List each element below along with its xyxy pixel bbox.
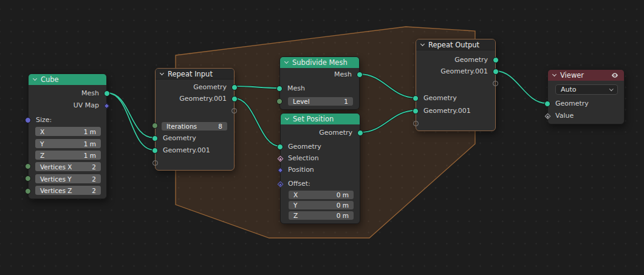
socket-input-value[interactable] xyxy=(545,113,551,119)
output-label-geometry: Geometry xyxy=(319,127,352,139)
node-set-position-header[interactable]: Set Position xyxy=(281,114,360,124)
node-title: Viewer xyxy=(560,71,584,80)
node-cube-header[interactable]: Cube xyxy=(29,74,106,85)
field-label: Z xyxy=(40,152,44,159)
socket-extend-output[interactable] xyxy=(231,108,237,114)
field-label: X xyxy=(293,191,298,199)
link-setposition-to-repeatoutput xyxy=(360,110,416,132)
socket-output-mesh[interactable] xyxy=(104,90,110,97)
link-subdivide-to-repeatoutput xyxy=(360,74,416,98)
field-value: 1 xyxy=(344,98,348,105)
socket-extend-input[interactable] xyxy=(152,160,158,166)
node-viewer[interactable]: Viewer Auto Geometry Value xyxy=(547,69,625,124)
socket-extend-input[interactable] xyxy=(413,121,419,126)
socket-input-geometry[interactable] xyxy=(544,101,550,107)
field-value: 0 m xyxy=(337,202,349,209)
collapse-chevron-icon[interactable] xyxy=(284,59,289,64)
socket-input-level[interactable] xyxy=(276,98,283,104)
node-repeat-input-header[interactable]: Repeat Input xyxy=(156,69,234,80)
collapse-chevron-icon[interactable] xyxy=(552,72,557,76)
chevron-down-icon xyxy=(609,87,613,90)
field-offset-z[interactable]: Z 0 m xyxy=(289,211,354,220)
socket-output-geometry[interactable] xyxy=(493,57,499,63)
input-label-offset: Offset: xyxy=(288,178,310,190)
socket-input-mesh[interactable] xyxy=(276,86,283,92)
field-offset-x[interactable]: X 0 m xyxy=(289,191,354,199)
node-set-position[interactable]: Set Position Geometry Geometry Selection… xyxy=(280,113,360,224)
field-value: 1 m xyxy=(84,128,96,135)
node-viewer-header[interactable]: Viewer xyxy=(548,70,624,81)
size-label: Size: xyxy=(36,114,52,126)
field-size-x[interactable]: X 1 m xyxy=(35,127,101,136)
input-label-geometry001: Geometry.001 xyxy=(423,105,471,117)
field-size-z[interactable]: Z 1 m xyxy=(35,151,101,160)
input-label-geometry001: Geometry.001 xyxy=(163,144,210,157)
eye-icon[interactable] xyxy=(611,71,619,80)
socket-input-geometry001[interactable] xyxy=(413,108,419,114)
output-label-geometry: Geometry xyxy=(193,81,227,93)
socket-output-mesh[interactable] xyxy=(357,72,363,78)
field-label: Y xyxy=(40,140,44,148)
socket-input-position[interactable] xyxy=(278,167,284,173)
socket-output-geometry001[interactable] xyxy=(231,96,238,102)
socket-input-geometry[interactable] xyxy=(413,95,419,101)
socket-output-geometry001[interactable] xyxy=(493,69,499,75)
data-type-dropdown[interactable]: Auto xyxy=(555,84,618,95)
input-label-selection: Selection xyxy=(288,152,319,165)
node-title: Repeat Input xyxy=(168,70,213,78)
collapse-chevron-icon[interactable] xyxy=(160,70,164,75)
node-subdivide-mesh[interactable]: Subdivide Mesh Mesh Mesh Level 1 xyxy=(279,56,360,110)
socket-input-vertices-y[interactable] xyxy=(25,175,31,182)
field-value: 2 xyxy=(92,175,96,183)
node-title: Cube xyxy=(41,75,59,84)
node-cube[interactable]: Cube Mesh UV Map Size: X 1 m Y 1 m Z 1 m… xyxy=(28,73,107,199)
field-label: Iterations xyxy=(166,123,197,130)
field-label: Vertices X xyxy=(40,163,72,171)
node-repeat-output-header[interactable]: Repeat Output xyxy=(416,39,495,50)
collapse-chevron-icon[interactable] xyxy=(285,116,289,120)
field-size-y[interactable]: Y 1 m xyxy=(35,139,101,148)
input-label-position: Position xyxy=(288,164,314,176)
field-label: Vertices Z xyxy=(40,187,72,194)
collapse-chevron-icon[interactable] xyxy=(420,41,425,46)
output-label-geometry001: Geometry.001 xyxy=(179,93,227,105)
node-subdivide-mesh-header[interactable]: Subdivide Mesh xyxy=(280,57,359,68)
node-repeat-input[interactable]: Repeat Input Geometry Geometry.001 Itera… xyxy=(155,68,235,171)
socket-input-selection[interactable] xyxy=(278,155,284,161)
socket-input-iterations[interactable] xyxy=(152,123,158,129)
input-label-geometry: Geometry xyxy=(423,92,457,104)
field-value: 0 m xyxy=(337,191,349,199)
field-value: 0 m xyxy=(337,212,349,219)
input-label-geometry: Geometry xyxy=(288,141,321,153)
field-offset-y[interactable]: Y 0 m xyxy=(289,201,354,209)
field-vertices-z[interactable]: Vertices Z 2 xyxy=(35,186,101,195)
field-value: 8 xyxy=(218,123,222,130)
field-label: Vertices Y xyxy=(40,175,72,183)
socket-output-geometry[interactable] xyxy=(231,84,238,90)
socket-input-geometry001[interactable] xyxy=(152,148,158,154)
socket-input-vertices-x[interactable] xyxy=(25,163,31,169)
socket-extend-output[interactable] xyxy=(493,81,498,86)
link-cube-mesh-to-geometry001 xyxy=(107,93,154,150)
socket-input-geometry[interactable] xyxy=(277,144,283,150)
field-iterations[interactable]: Iterations 8 xyxy=(162,122,227,131)
socket-input-size[interactable] xyxy=(25,117,31,123)
link-repeatoutput-to-viewer xyxy=(496,71,546,103)
socket-input-vertices-z[interactable] xyxy=(25,188,31,194)
field-vertices-x[interactable]: Vertices X 2 xyxy=(35,162,101,171)
collapse-chevron-icon[interactable] xyxy=(33,76,37,81)
field-level[interactable]: Level 1 xyxy=(288,97,353,106)
socket-output-geometry[interactable] xyxy=(357,130,363,136)
input-label-geometry: Geometry xyxy=(163,132,196,144)
field-vertices-y[interactable]: Vertices Y 2 xyxy=(35,174,101,183)
node-editor-canvas[interactable]: Cube Mesh UV Map Size: X 1 m Y 1 m Z 1 m… xyxy=(0,0,644,275)
socket-output-uvmap[interactable] xyxy=(104,103,110,109)
socket-input-offset[interactable] xyxy=(278,181,284,187)
output-label-uvmap: UV Map xyxy=(74,100,99,112)
field-value: 2 xyxy=(92,163,96,171)
node-repeat-output[interactable]: Repeat Output Geometry Geometry.001 Geom… xyxy=(416,39,496,131)
field-label: Y xyxy=(293,202,297,209)
input-label-mesh: Mesh xyxy=(287,83,305,95)
socket-input-geometry[interactable] xyxy=(152,135,158,141)
output-label-geometry: Geometry xyxy=(454,54,488,66)
